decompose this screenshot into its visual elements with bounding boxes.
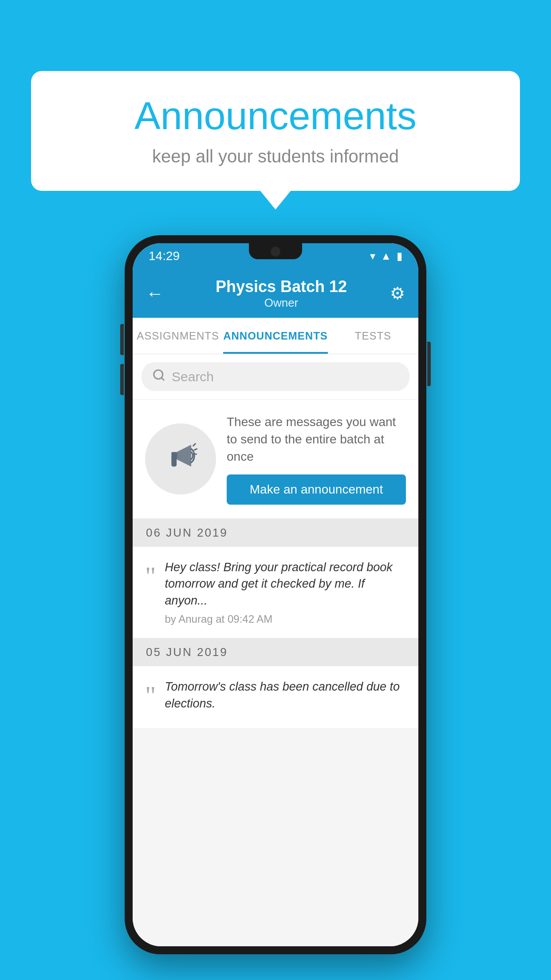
header-center: Physics Batch 12 Owner (216, 277, 347, 310)
bubble-title: Announcements (58, 93, 493, 138)
phone-screen: 14:29 ▾ ▲ ▮ ← Physics Batch 12 Owner ⚙ (133, 243, 418, 946)
quote-icon-1: " (145, 563, 156, 589)
tab-announcements[interactable]: ANNOUNCEMENTS (223, 318, 328, 354)
search-placeholder: Search (172, 369, 214, 384)
intro-description: These are messages you want to send to t… (227, 413, 406, 466)
search-container: Search (133, 354, 418, 399)
intro-right: These are messages you want to send to t… (227, 413, 406, 505)
battery-icon: ▮ (397, 250, 402, 262)
announcement-item-2[interactable]: " Tomorrow's class has been cancelled du… (133, 666, 418, 729)
megaphone-icon (164, 439, 197, 479)
wifi-icon: ▾ (370, 250, 375, 262)
announcement-content-1: Hey class! Bring your practical record b… (165, 559, 406, 625)
date-separator-2: 05 JUN 2019 (133, 638, 418, 666)
phone-device: 14:29 ▾ ▲ ▮ ← Physics Batch 12 Owner ⚙ (125, 235, 426, 954)
volume-down-button (120, 364, 124, 395)
volume-up-button (120, 324, 124, 355)
announcement-meta-1: by Anurag at 09:42 AM (165, 613, 406, 625)
search-bar[interactable]: Search (142, 362, 409, 391)
announcement-item-1[interactable]: " Hey class! Bring your practical record… (133, 547, 418, 638)
announcement-text-1: Hey class! Bring your practical record b… (165, 559, 406, 609)
gear-icon[interactable]: ⚙ (390, 284, 405, 303)
speech-bubble: Announcements keep all your students inf… (31, 71, 520, 191)
svg-line-4 (194, 449, 197, 450)
announcement-intro-card: These are messages you want to send to t… (133, 400, 418, 518)
megaphone-circle (145, 423, 216, 494)
signal-icon: ▲ (381, 250, 391, 262)
status-icons: ▾ ▲ ▮ (370, 250, 402, 262)
announcement-text-2: Tomorrow's class has been cancelled due … (165, 679, 406, 712)
power-button (427, 342, 431, 386)
search-icon (152, 368, 165, 385)
announcement-content-2: Tomorrow's class has been cancelled due … (165, 679, 406, 716)
back-button[interactable]: ← (146, 284, 173, 304)
make-announcement-button[interactable]: Make an announcement (227, 474, 406, 505)
status-time: 14:29 (149, 249, 180, 263)
app-header: ← Physics Batch 12 Owner ⚙ (133, 269, 418, 318)
header-subtitle: Owner (216, 296, 347, 310)
quote-icon-2: " (145, 682, 156, 709)
speech-bubble-container: Announcements keep all your students inf… (31, 71, 520, 191)
phone-notch (249, 243, 302, 259)
phone-camera (271, 247, 280, 257)
tab-tests[interactable]: TESTS (328, 318, 418, 354)
phone-wrapper: 14:29 ▾ ▲ ▮ ← Physics Batch 12 Owner ⚙ (31, 235, 520, 954)
date-separator-1: 06 JUN 2019 (133, 519, 418, 547)
content-area: Search (133, 354, 418, 946)
tabs-bar: ASSIGNMENTS ANNOUNCEMENTS TESTS (133, 318, 418, 354)
svg-line-3 (193, 444, 195, 446)
tab-assignments[interactable]: ASSIGNMENTS (133, 318, 223, 354)
bubble-subtitle: keep all your students informed (58, 146, 493, 166)
svg-line-1 (161, 378, 164, 380)
header-title: Physics Batch 12 (216, 277, 347, 296)
